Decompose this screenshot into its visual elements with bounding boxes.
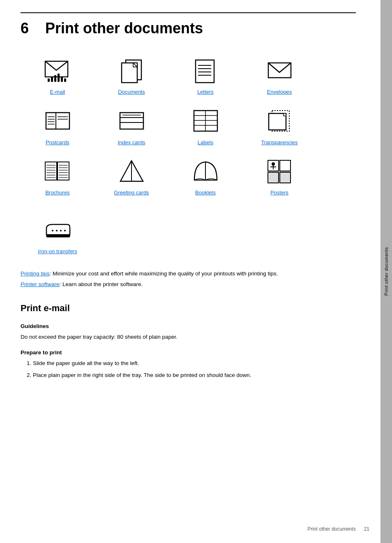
- svg-rect-6: [64, 79, 66, 82]
- letters-icon-box: [191, 56, 220, 85]
- printer-software-para: Printer software: Learn about the printe…: [21, 280, 329, 289]
- brochures-icon-box: [43, 157, 72, 185]
- brochures-icon: [44, 159, 71, 183]
- svg-rect-35: [284, 113, 286, 116]
- documents-link[interactable]: Documents: [118, 88, 145, 96]
- svg-point-64: [64, 230, 66, 231]
- documents-icon-box: [117, 56, 146, 85]
- icon-grid: E-mail Documents: [21, 52, 316, 203]
- posters-icon-box: [265, 157, 294, 185]
- icon-cell-greeting-cards: Greeting cards: [95, 153, 168, 203]
- prepare-heading: Prepare to print: [21, 349, 356, 357]
- transparencies-icon: [266, 109, 293, 133]
- greeting-cards-icon: [118, 159, 145, 183]
- labels-icon-box: [191, 106, 220, 135]
- chapter-title: Print other documents: [45, 17, 203, 39]
- postcards-icon-box: [43, 106, 72, 135]
- letters-link[interactable]: Letters: [197, 88, 214, 96]
- printer-software-link[interactable]: Printer software: [21, 281, 60, 287]
- guidelines-text: Do not exceed the paper tray capacity: 8…: [21, 333, 321, 341]
- svg-rect-60: [46, 235, 70, 237]
- envelopes-icon: [266, 58, 293, 83]
- postcards-link[interactable]: Postcards: [46, 139, 69, 147]
- svg-rect-4: [58, 74, 60, 82]
- envelopes-icon-box: [265, 56, 294, 85]
- svg-point-63: [60, 230, 62, 231]
- svg-rect-54: [280, 160, 291, 171]
- letters-icon: [192, 58, 219, 83]
- iron-on-row: Iron-on transfers: [21, 211, 316, 262]
- footer-label: Print other documents: [307, 525, 355, 533]
- index-cards-icon-box: [117, 106, 146, 135]
- booklets-icon-box: [191, 157, 220, 185]
- booklets-icon: [192, 159, 219, 183]
- envelopes-link[interactable]: Envelopes: [267, 88, 292, 96]
- step-1: Slide the paper guide all the way to the…: [33, 359, 329, 367]
- transparencies-icon-box: [265, 106, 294, 135]
- iron-on-icon: [44, 218, 71, 241]
- email-icon-box: [43, 56, 72, 85]
- greeting-cards-icon-box: [117, 157, 146, 185]
- documents-icon: [118, 58, 145, 83]
- greeting-cards-link[interactable]: Greeting cards: [114, 189, 149, 197]
- step-2: Place plain paper in the right side of t…: [33, 371, 329, 379]
- email-icon: [44, 58, 71, 83]
- index-cards-icon: [118, 109, 145, 133]
- svg-rect-3: [54, 75, 56, 82]
- iron-on-link[interactable]: Iron-on transfers: [38, 247, 77, 256]
- step-2-text: Place plain paper in the right side of t…: [33, 372, 251, 378]
- step-1-text: Slide the paper guide all the way to the…: [33, 360, 139, 366]
- posters-link[interactable]: Posters: [270, 189, 288, 197]
- svg-rect-43: [58, 162, 69, 180]
- printing-tips-para: Printing tips: Minimize your cost and ef…: [21, 270, 329, 278]
- section-heading-email: Print e-mail: [21, 301, 356, 315]
- prepare-section: Prepare to print Slide the paper guide a…: [21, 349, 356, 379]
- transparencies-link[interactable]: Transparencies: [261, 139, 297, 147]
- svg-point-62: [56, 230, 58, 231]
- icon-cell-envelopes: Envelopes: [242, 52, 316, 102]
- side-tab: Print other documents: [380, 0, 392, 543]
- chapter-number: 6: [21, 17, 37, 39]
- guidelines-heading: Guidelines: [21, 322, 356, 330]
- icon-cell-iron-on: Iron-on transfers: [21, 211, 95, 262]
- chapter-header: 6 Print other documents: [21, 12, 356, 39]
- svg-point-57: [272, 162, 275, 166]
- svg-rect-56: [280, 172, 291, 183]
- labels-icon: [192, 109, 219, 133]
- svg-rect-36: [45, 162, 57, 180]
- svg-rect-1: [48, 79, 50, 82]
- posters-icon: [266, 159, 293, 183]
- svg-rect-16: [46, 113, 69, 129]
- postcards-icon: [44, 109, 71, 133]
- labels-link[interactable]: Labels: [198, 139, 213, 147]
- icon-cell-brochures: Brochures: [21, 153, 95, 203]
- steps-list: Slide the paper guide all the way to the…: [33, 359, 329, 379]
- guidelines-section: Guidelines Do not exceed the paper tray …: [21, 322, 356, 342]
- icon-cell-booklets: Booklets: [168, 153, 242, 203]
- icon-cell-labels: Labels: [168, 102, 242, 153]
- index-cards-link[interactable]: Index cards: [118, 139, 145, 147]
- iron-on-icon-box: [43, 215, 72, 244]
- side-tab-label: Print other documents: [383, 247, 390, 296]
- booklets-link[interactable]: Booklets: [195, 189, 216, 197]
- svg-rect-55: [268, 172, 279, 183]
- svg-rect-2: [51, 77, 53, 82]
- svg-point-61: [52, 230, 53, 231]
- icon-cell-email: E-mail: [21, 52, 95, 102]
- main-content: 6 Print other documents: [0, 0, 380, 543]
- printing-tips-text: : Minimize your cost and effort while ma…: [50, 270, 278, 277]
- printing-tips-link[interactable]: Printing tips: [21, 270, 50, 277]
- icon-cell-postcards: Postcards: [21, 102, 95, 153]
- icon-cell-documents: Documents: [95, 52, 168, 102]
- page: 6 Print other documents: [0, 0, 392, 543]
- email-link[interactable]: E-mail: [50, 88, 65, 96]
- svg-rect-5: [61, 77, 63, 82]
- printer-software-text: : Learn about the printer software.: [60, 281, 143, 287]
- brochures-link[interactable]: Brochures: [45, 189, 69, 197]
- page-number: 21: [364, 525, 369, 533]
- svg-rect-10: [196, 60, 214, 83]
- page-footer: Print other documents 21: [307, 525, 369, 533]
- icon-cell-index-cards: Index cards: [95, 102, 168, 153]
- icon-cell-transparencies: Transparencies: [242, 102, 316, 153]
- icon-cell-letters: Letters: [168, 52, 242, 102]
